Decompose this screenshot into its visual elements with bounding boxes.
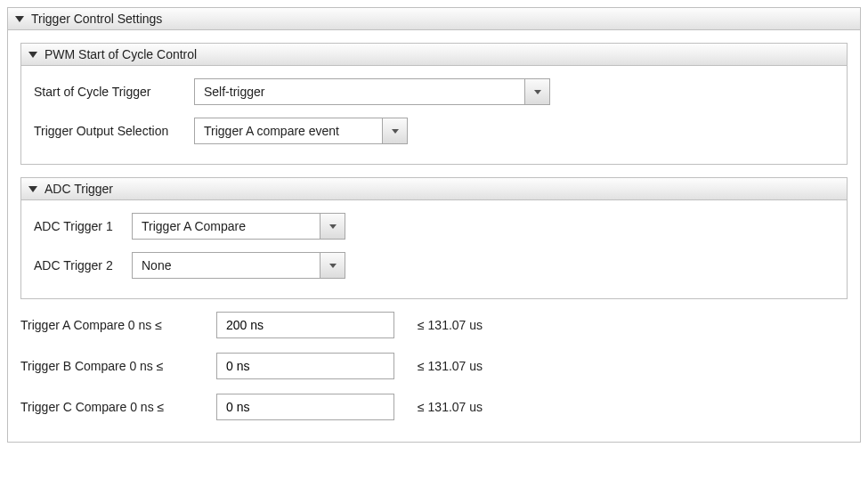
adc-trigger-1-label: ADC Trigger 1	[34, 219, 132, 233]
pwm-start-cycle-panel: PWM Start of Cycle Control Start of Cycl…	[20, 43, 848, 165]
adc-trigger-1-select[interactable]: Trigger A Compare	[132, 213, 345, 240]
adc-trigger-header[interactable]: ADC Trigger	[21, 178, 847, 200]
trigger-control-settings-panel: Trigger Control Settings PWM Start of Cy…	[7, 7, 861, 443]
trigger-b-compare-row: Trigger B Compare 0 ns ≤ ≤ 131.07 us	[20, 353, 848, 379]
page-title: Trigger Control Settings	[31, 12, 162, 26]
trigger-control-settings-header[interactable]: Trigger Control Settings	[8, 8, 860, 30]
trigger-b-compare-input[interactable]	[216, 353, 394, 379]
start-trigger-row: Start of Cycle Trigger Self-trigger	[34, 78, 834, 105]
adc-trigger-2-value: None	[133, 253, 320, 278]
trigger-c-compare-upper: ≤ 131.07 us	[418, 400, 483, 414]
trigger-c-compare-row: Trigger C Compare 0 ns ≤ ≤ 131.07 us	[20, 394, 848, 420]
chevron-down-icon	[534, 90, 541, 94]
trigger-c-compare-input[interactable]	[216, 394, 394, 420]
start-trigger-select[interactable]: Self-trigger	[194, 78, 550, 105]
trigger-a-compare-row: Trigger A Compare 0 ns ≤ ≤ 131.07 us	[20, 312, 848, 338]
pwm-start-cycle-header[interactable]: PWM Start of Cycle Control	[21, 44, 847, 66]
dropdown-button[interactable]	[320, 214, 345, 239]
start-trigger-value: Self-trigger	[195, 79, 524, 104]
chevron-down-icon	[329, 264, 337, 268]
dropdown-button[interactable]	[320, 253, 345, 278]
adc-body: ADC Trigger 1 Trigger A Compare ADC Trig…	[21, 200, 847, 298]
chevron-down-icon	[329, 224, 337, 229]
output-selection-select[interactable]: Trigger A compare event	[194, 118, 408, 144]
adc-trigger-2-row: ADC Trigger 2 None	[34, 252, 834, 279]
trigger-a-compare-upper: ≤ 131.07 us	[418, 318, 483, 332]
triangle-down-icon	[28, 186, 37, 192]
chevron-down-icon	[392, 129, 399, 134]
adc-trigger-panel: ADC Trigger ADC Trigger 1 Trigger A Comp…	[20, 177, 848, 299]
pwm-section-title: PWM Start of Cycle Control	[45, 47, 197, 61]
trigger-a-compare-label: Trigger A Compare 0 ns ≤	[20, 318, 216, 332]
adc-trigger-1-row: ADC Trigger 1 Trigger A Compare	[34, 213, 834, 240]
trigger-a-compare-input[interactable]	[216, 312, 394, 338]
adc-trigger-2-select[interactable]: None	[132, 252, 345, 279]
trigger-c-compare-label: Trigger C Compare 0 ns ≤	[20, 400, 216, 414]
start-trigger-label: Start of Cycle Trigger	[34, 85, 194, 99]
triangle-down-icon	[15, 16, 24, 22]
dropdown-button[interactable]	[382, 118, 407, 143]
adc-trigger-1-value: Trigger A Compare	[133, 214, 320, 239]
trigger-control-body: PWM Start of Cycle Control Start of Cycl…	[8, 30, 860, 442]
output-selection-label: Trigger Output Selection	[34, 124, 194, 138]
pwm-body: Start of Cycle Trigger Self-trigger Trig…	[21, 66, 847, 164]
adc-section-title: ADC Trigger	[45, 182, 113, 196]
output-selection-row: Trigger Output Selection Trigger A compa…	[34, 118, 834, 144]
trigger-b-compare-label: Trigger B Compare 0 ns ≤	[20, 359, 216, 373]
adc-trigger-2-label: ADC Trigger 2	[34, 258, 132, 272]
triangle-down-icon	[28, 52, 37, 58]
dropdown-button[interactable]	[524, 79, 549, 104]
trigger-b-compare-upper: ≤ 131.07 us	[418, 359, 483, 373]
output-selection-value: Trigger A compare event	[195, 118, 382, 143]
